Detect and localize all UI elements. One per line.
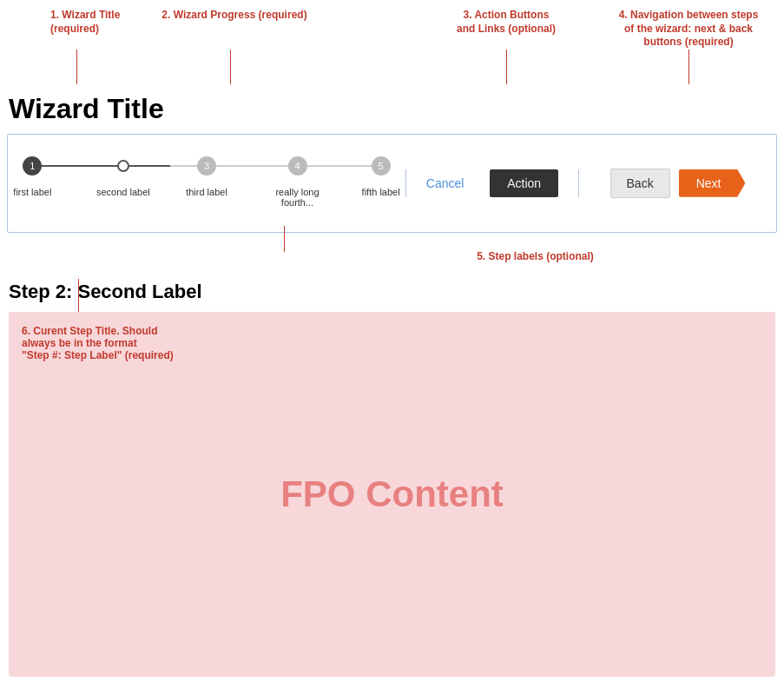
annotation-1: 1. Wizard Title (required): [50, 9, 156, 36]
wizard-bar: 1 3 4 5 first label second label third l…: [7, 134, 777, 233]
step-label-5: fifth label: [351, 187, 412, 197]
wizard-title: Wizard Title: [9, 93, 775, 125]
step-label-3: third label: [176, 187, 237, 197]
back-button[interactable]: Back: [610, 169, 670, 198]
stepper: 1 3 4 5: [25, 149, 388, 183]
annotation-6: 6. Curent Step Title. Shouldalways be in…: [22, 325, 195, 361]
step-dot-5-number: 5: [379, 161, 384, 171]
annotation-5: 5. Step labels (optional): [477, 250, 594, 264]
cancel-button[interactable]: Cancel: [426, 176, 464, 190]
step-label-2: second label: [93, 187, 154, 197]
step-label-1: first label: [2, 187, 63, 197]
step-dot-1-number: 1: [30, 161, 35, 171]
progress-section: 1 3 4 5 first label second label third l…: [8, 135, 405, 232]
step-labels-row: first label second label third label rea…: [25, 187, 388, 218]
step-dot-1[interactable]: 1: [23, 156, 42, 175]
step-dot-5[interactable]: 5: [372, 156, 391, 175]
step-track-fill: [25, 165, 170, 167]
next-button[interactable]: Next: [679, 169, 746, 197]
nav-section: Back Next: [579, 169, 776, 198]
step-dot-4[interactable]: 4: [288, 156, 307, 175]
step-title: Step 2: Second Label: [0, 270, 784, 303]
annotation-2: 2. Wizard Progress (required): [161, 9, 306, 23]
action-section: Cancel Action: [405, 169, 579, 197]
step-dot-3[interactable]: 3: [197, 156, 216, 175]
content-area: 6. Curent Step Title. Shouldalways be in…: [9, 312, 775, 677]
step-label-4: really longfourth...: [263, 187, 333, 208]
step-dot-4-number: 4: [294, 161, 300, 171]
fpo-content: FPO Content: [280, 473, 504, 515]
annotation-3: 3. Action Buttonsand Links (optional): [457, 9, 556, 36]
annotation-4: 4. Navigation between stepsof the wizard…: [619, 9, 759, 50]
step-dot-3-number: 3: [204, 161, 209, 171]
action-button[interactable]: Action: [490, 169, 558, 197]
step-thumb: [117, 160, 129, 172]
